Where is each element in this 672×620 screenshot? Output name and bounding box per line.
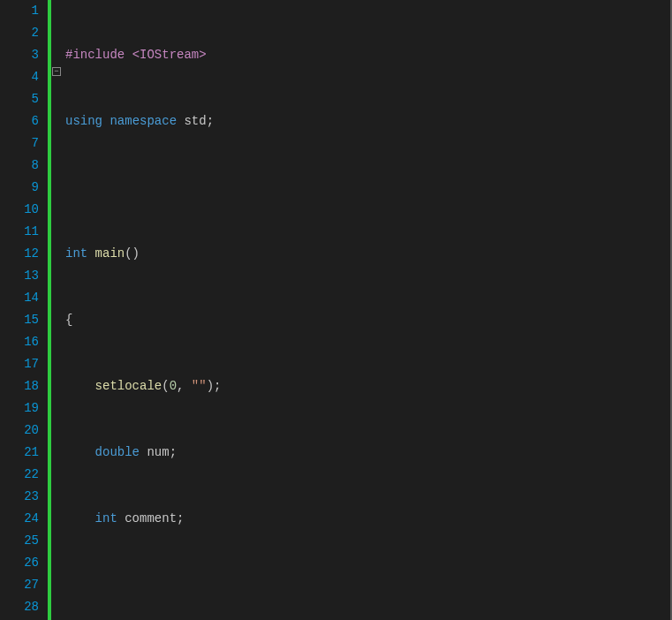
line-number: 10 xyxy=(0,199,39,221)
line-number: 14 xyxy=(0,287,39,309)
line-number: 28 xyxy=(0,596,39,618)
line-number: 20 xyxy=(0,420,39,442)
line-number: 23 xyxy=(0,486,39,508)
line-number: 11 xyxy=(0,221,39,243)
line-number: 5 xyxy=(0,88,39,110)
line-number: 25 xyxy=(0,530,39,552)
code-line[interactable]: int main() xyxy=(65,243,670,265)
line-number: 13 xyxy=(0,265,39,287)
code-editor[interactable]: 1 2 3 4 5 6 7 8 9 10 11 12 13 14 15 16 1… xyxy=(0,0,672,620)
line-number: 22 xyxy=(0,464,39,486)
line-number: 12 xyxy=(0,243,39,265)
code-line[interactable]: #include <IOStream> xyxy=(65,44,670,66)
line-number: 6 xyxy=(0,110,39,132)
line-number: 19 xyxy=(0,397,39,420)
line-number: 17 xyxy=(0,353,39,375)
line-number: 3 xyxy=(0,44,39,66)
line-number: 7 xyxy=(0,132,39,155)
line-number: 18 xyxy=(0,375,39,397)
line-number: 15 xyxy=(0,309,39,331)
fold-column[interactable]: − xyxy=(51,0,64,620)
code-area[interactable]: #include <IOStream> using namespace std;… xyxy=(64,0,670,620)
code-line[interactable]: using namespace std; xyxy=(65,110,670,132)
line-number: 2 xyxy=(0,22,39,44)
code-line[interactable]: { xyxy=(65,309,670,331)
code-line[interactable] xyxy=(65,177,670,199)
line-number: 24 xyxy=(0,508,39,530)
fold-collapse-icon[interactable]: − xyxy=(52,67,61,76)
line-number: 9 xyxy=(0,177,39,199)
line-number: 16 xyxy=(0,331,39,353)
line-number: 27 xyxy=(0,574,39,596)
line-number-gutter: 1 2 3 4 5 6 7 8 9 10 11 12 13 14 15 16 1… xyxy=(0,0,48,620)
line-number: 26 xyxy=(0,552,39,574)
code-line[interactable]: double num; xyxy=(65,442,670,464)
code-line[interactable] xyxy=(65,574,670,596)
code-line[interactable]: setlocale(0, ""); xyxy=(65,375,670,397)
line-number: 1 xyxy=(0,0,39,22)
line-number: 4 xyxy=(0,66,39,88)
code-line[interactable]: int comment; xyxy=(65,508,670,530)
line-number: 21 xyxy=(0,442,39,464)
line-number: 8 xyxy=(0,155,39,177)
